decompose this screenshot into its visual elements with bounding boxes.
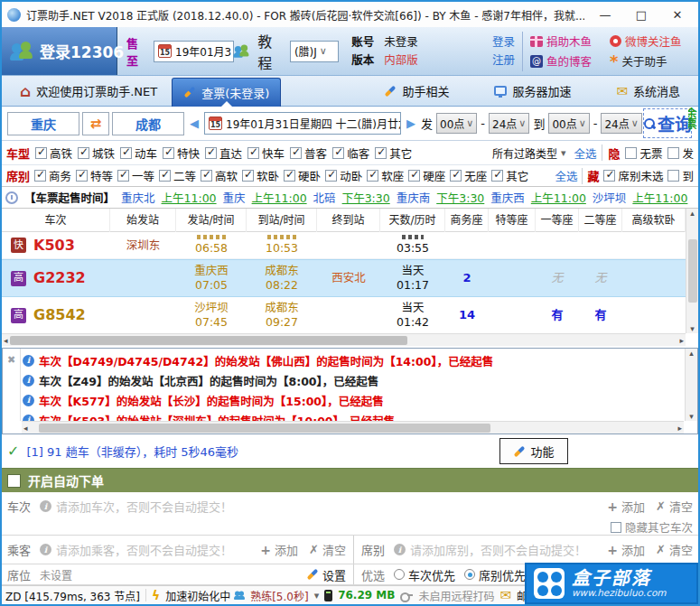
to-station-input[interactable]: 成都 — [112, 112, 184, 135]
minimize-button[interactable]: — — [590, 8, 621, 22]
column-header[interactable]: 始发站 — [110, 209, 176, 232]
table-row-g8542[interactable]: 高 G8542 沙坪坝07:45 成都东09:27 当天01:42 14 有 有 — [2, 297, 698, 333]
select-all-train-types-link[interactable]: 全选 — [574, 145, 596, 162]
messages-vertical-scrollbar[interactable]: ▴ ▾ — [685, 349, 697, 421]
column-header[interactable]: 车次 — [2, 209, 110, 232]
tutorial-link[interactable]: 教程 — [257, 30, 285, 73]
skill-level[interactable]: 熟练[5.0秒] — [250, 588, 308, 603]
login-link[interactable]: 登录 — [492, 33, 515, 51]
seat-type-checkbox[interactable]: 无座 — [450, 167, 487, 184]
pass-type-dropdown[interactable]: 所有过路类型 ▾ — [490, 145, 569, 162]
column-header[interactable]: 二等座 — [579, 209, 622, 232]
donate-link[interactable]: 捐助木鱼 — [530, 33, 610, 50]
tab-server-accelerate[interactable]: 服务器加速 — [483, 79, 582, 104]
priority-train-first-radio[interactable]: 车次优先 — [394, 566, 455, 583]
seat-type-checkbox[interactable]: 一等 — [117, 167, 154, 184]
add-passenger-button[interactable]: + 添加 — [260, 541, 298, 558]
train-type-checkbox[interactable]: 城铁 — [78, 145, 115, 162]
register-link[interactable]: 注册 — [492, 51, 515, 70]
blog-link[interactable]: @ 鱼的博客 — [530, 52, 610, 70]
scroll-thumb[interactable] — [39, 424, 490, 433]
close-button[interactable]: ✕ — [662, 8, 693, 22]
seat-type-checkbox[interactable]: 硬卧 — [284, 167, 321, 184]
scroll-left-arrow[interactable]: ◂ — [23, 424, 28, 433]
scroll-up-arrow[interactable]: ▴ — [689, 349, 694, 358]
train-type-checkbox[interactable]: 普客 — [290, 145, 327, 162]
message-item[interactable]: i 车次【K577】的始发站【长沙】的起售时间为【15:00】，已经起售 — [23, 390, 684, 410]
train-type-checkbox[interactable]: 特快 — [163, 145, 200, 162]
table-vertical-scrollbar[interactable]: ▴ ▾ — [686, 209, 698, 333]
scroll-right-arrow[interactable]: ▸ — [677, 424, 682, 433]
search-button[interactable]: 查询 — [643, 108, 692, 138]
message-item[interactable]: i 车次【D4749/D4745/D4742】的始发站【佛山西】的起售时间为【1… — [23, 350, 684, 370]
hide-seat-unselected-checkbox[interactable]: 席别未选 — [603, 167, 663, 184]
arrive-time-to-dropdown[interactable]: 24点 ∨ — [601, 113, 641, 134]
scroll-down-arrow[interactable]: ▾ — [689, 412, 694, 421]
arrive-time-from-dropdown[interactable]: 00点 ∨ — [548, 113, 589, 134]
about-link[interactable]: * 关于助手 — [610, 52, 696, 70]
scroll-thumb[interactable] — [10, 336, 407, 345]
side-panel-edge[interactable]: 余票 — [688, 107, 698, 140]
sale-date-field[interactable]: 15 19年01月3 — [154, 41, 234, 62]
weibo-link[interactable]: 微博关注鱼 — [610, 33, 696, 50]
tab-helper-related[interactable]: 助手相关 — [373, 79, 460, 104]
column-header[interactable]: 终到站 — [317, 209, 380, 232]
tab-query-tickets[interactable]: 查票(未登录) — [172, 78, 281, 107]
hide-arrive-checkbox[interactable]: 到 — [667, 167, 694, 184]
seat-type-checkbox[interactable]: 硬座 — [408, 167, 445, 184]
seat-type-checkbox[interactable]: 高软 — [201, 167, 238, 184]
table-row-g2232[interactable]: 高 G2232 重庆西07:05 成都东08:22 西安北 当天01:17 2 … — [2, 259, 698, 297]
tab-system-messages[interactable]: ✉ 系统消息 — [605, 79, 691, 104]
add-train-button[interactable]: + 添加 — [607, 498, 645, 515]
seat-type-checkbox[interactable]: 商务 — [34, 167, 71, 184]
column-header[interactable]: 一等座 — [536, 209, 579, 232]
hide-other-trains-checkbox[interactable]: 隐藏其它车次 — [611, 518, 693, 536]
seat-type-checkbox[interactable]: 其它 — [491, 167, 528, 184]
tab-home[interactable]: ⌂ 欢迎使用订票助手.NET — [9, 79, 168, 104]
hide-depart-checkbox[interactable]: 发 — [667, 145, 694, 162]
maximize-button[interactable]: □ — [626, 8, 657, 22]
clear-messages-icon[interactable]: ✖ — [7, 354, 15, 421]
column-header[interactable]: 商务座 — [445, 209, 489, 232]
function-button[interactable]: 功能 — [499, 438, 568, 464]
clear-trains-button[interactable]: ✗ 清空 — [656, 498, 693, 515]
scroll-left-arrow[interactable]: ◂ — [4, 336, 8, 345]
swap-stations-button[interactable]: ⇄ — [82, 112, 109, 135]
auto-order-checkbox[interactable] — [7, 474, 21, 488]
next-day-button[interactable]: ▶ — [405, 117, 417, 130]
travel-date-dropdown[interactable]: 15 19年01月31日星期四 十二(腊)月廿六 ∨ — [204, 112, 401, 135]
hezibuluo-watermark[interactable]: 盒子部落 www.hezibuluo.com — [525, 563, 698, 604]
column-header[interactable]: 发站/时间 — [176, 209, 247, 232]
seat-type-checkbox[interactable]: 软座 — [367, 167, 404, 184]
depart-time-to-dropdown[interactable]: 24点 ∨ — [489, 113, 529, 134]
login-12306-button[interactable]: 登录12306 — [2, 27, 117, 75]
prev-day-button[interactable]: ◀ — [188, 117, 201, 130]
add-seat-button[interactable]: + 添加 — [607, 541, 645, 558]
hide-no-ticket-checkbox[interactable]: 无票 — [625, 145, 662, 162]
column-header[interactable]: 高级软卧 — [622, 209, 686, 232]
scroll-right-arrow[interactable]: ▸ — [679, 336, 684, 345]
scroll-up-arrow[interactable]: ▴ — [690, 209, 695, 218]
train-type-checkbox[interactable]: 其它 — [375, 145, 412, 162]
clear-seats-button[interactable]: ✗ 清空 — [656, 541, 693, 558]
train-type-checkbox[interactable]: 直达 — [205, 145, 242, 162]
table-row-k503[interactable]: 快 K503 深圳东 06:58 10:53 03:55 — [2, 232, 698, 259]
table-horizontal-scrollbar[interactable]: ◂ ▸ — [2, 333, 686, 346]
seat-position-settings-button[interactable]: 设置 — [306, 566, 346, 583]
from-station-input[interactable]: 重庆 — [7, 112, 79, 135]
column-header[interactable]: 特等座 — [489, 209, 536, 232]
scroll-down-arrow[interactable]: ▾ — [690, 324, 695, 333]
train-type-checkbox[interactable]: 高铁 — [35, 145, 72, 162]
seat-type-checkbox[interactable]: 动卧 — [325, 167, 362, 184]
train-type-checkbox[interactable]: 快车 — [247, 145, 285, 162]
train-type-checkbox[interactable]: 动车 — [120, 145, 157, 162]
caret-down-icon[interactable]: ▾ — [314, 590, 320, 601]
column-header[interactable]: 到站/时间 — [247, 209, 317, 232]
column-header[interactable]: 天数/历时 — [380, 209, 445, 232]
scroll-thumb[interactable] — [688, 239, 697, 303]
message-item[interactable]: i 车次【Z49】的始发站【北京西】的起售时间为【8:00】，已经起售 — [23, 370, 684, 390]
messages-horizontal-scrollbar[interactable]: ◂ ▸ — [22, 421, 684, 434]
clear-passengers-button[interactable]: ✗ 清空 — [309, 541, 346, 558]
select-all-seat-types-link[interactable]: 全选 — [555, 167, 577, 184]
train-type-checkbox[interactable]: 临客 — [332, 145, 369, 162]
